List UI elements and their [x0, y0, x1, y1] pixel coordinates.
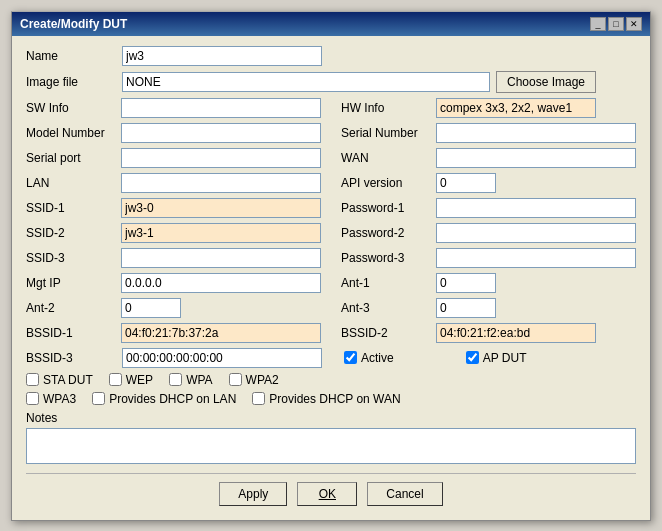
sw-info-label: SW Info	[26, 101, 116, 115]
wpa2-checkbox[interactable]	[229, 373, 242, 386]
dhcp-lan-checkbox[interactable]	[92, 392, 105, 405]
image-file-row: Image file Choose Image	[26, 71, 636, 93]
ssid1-pw1-row: SSID-1 Password-1	[26, 198, 636, 218]
ssid2-label: SSID-2	[26, 226, 116, 240]
name-label: Name	[26, 49, 116, 63]
ant3-input[interactable]	[436, 298, 496, 318]
ok-button[interactable]: OK	[297, 482, 357, 506]
dhcp-wan-checkbox[interactable]	[252, 392, 265, 405]
image-file-label: Image file	[26, 75, 116, 89]
wpa-checkbox[interactable]	[169, 373, 182, 386]
checkbox-row-2: WPA3 Provides DHCP on LAN Provides DHCP …	[26, 392, 636, 406]
hw-info-input[interactable]	[436, 98, 596, 118]
name-input[interactable]	[122, 46, 322, 66]
bssid3-label: BSSID-3	[26, 351, 116, 365]
lan-input[interactable]	[121, 173, 321, 193]
ssid3-pw3-row: SSID-3 Password-3	[26, 248, 636, 268]
bssid2-input[interactable]	[436, 323, 596, 343]
hw-info-label: HW Info	[341, 101, 431, 115]
sw-hw-info-row: SW Info HW Info	[26, 98, 636, 118]
serial-number-input[interactable]	[436, 123, 636, 143]
ssid1-input[interactable]	[121, 198, 321, 218]
choose-image-button[interactable]: Choose Image	[496, 71, 596, 93]
bssid1-input[interactable]	[121, 323, 321, 343]
password1-label: Password-1	[341, 201, 431, 215]
wep-checkbox-item: WEP	[109, 373, 153, 387]
sta-dut-checkbox[interactable]	[26, 373, 39, 386]
ant2-ant3-row: Ant-2 Ant-3	[26, 298, 636, 318]
ssid2-pw2-row: SSID-2 Password-2	[26, 223, 636, 243]
mgtip-ant1-row: Mgt IP Ant-1	[26, 273, 636, 293]
dialog-title: Create/Modify DUT	[20, 17, 127, 31]
mgt-ip-input[interactable]	[121, 273, 321, 293]
wan-input[interactable]	[436, 148, 636, 168]
title-bar-buttons: _ □ ✕	[590, 17, 642, 31]
divider	[26, 473, 636, 474]
wep-label: WEP	[126, 373, 153, 387]
mgt-ip-label: Mgt IP	[26, 276, 116, 290]
ant2-input[interactable]	[121, 298, 181, 318]
wep-checkbox[interactable]	[109, 373, 122, 386]
ap-dut-checkbox-item: AP DUT	[466, 351, 527, 365]
close-button[interactable]: ✕	[626, 17, 642, 31]
lan-label: LAN	[26, 176, 116, 190]
image-file-input[interactable]	[122, 72, 490, 92]
wpa-checkbox-item: WPA	[169, 373, 212, 387]
sta-dut-label: STA DUT	[43, 373, 93, 387]
api-version-label: API version	[341, 176, 431, 190]
bssid1-label: BSSID-1	[26, 326, 116, 340]
model-number-input[interactable]	[121, 123, 321, 143]
name-row: Name	[26, 46, 636, 66]
minimize-button[interactable]: _	[590, 17, 606, 31]
wpa3-checkbox-item: WPA3	[26, 392, 76, 406]
ap-dut-label: AP DUT	[483, 351, 527, 365]
create-modify-dut-dialog: Create/Modify DUT _ □ ✕ Name Image file …	[11, 11, 651, 521]
apply-button[interactable]: Apply	[219, 482, 287, 506]
dhcp-lan-checkbox-item: Provides DHCP on LAN	[92, 392, 236, 406]
notes-label: Notes	[26, 411, 636, 425]
bssid3-input[interactable]	[122, 348, 322, 368]
notes-label-text: Notes	[26, 411, 57, 425]
model-number-label: Model Number	[26, 126, 116, 140]
dhcp-wan-label: Provides DHCP on WAN	[269, 392, 400, 406]
button-row: Apply OK Cancel	[26, 482, 636, 510]
ant1-input[interactable]	[436, 273, 496, 293]
dhcp-lan-label: Provides DHCP on LAN	[109, 392, 236, 406]
ant2-label: Ant-2	[26, 301, 116, 315]
ssid2-input[interactable]	[121, 223, 321, 243]
bssid2-label: BSSID-2	[341, 326, 431, 340]
ap-dut-checkbox[interactable]	[466, 351, 479, 364]
password2-label: Password-2	[341, 226, 431, 240]
wpa2-checkbox-item: WPA2	[229, 373, 279, 387]
ssid3-input[interactable]	[121, 248, 321, 268]
password3-input[interactable]	[436, 248, 636, 268]
bssid1-bssid2-row: BSSID-1 BSSID-2	[26, 323, 636, 343]
active-checkbox[interactable]	[344, 351, 357, 364]
maximize-button[interactable]: □	[608, 17, 624, 31]
checkbox-row-1: STA DUT WEP WPA WPA2	[26, 373, 636, 387]
dialog-body: Name Image file Choose Image SW Info HW …	[12, 36, 650, 520]
ssid1-label: SSID-1	[26, 201, 116, 215]
api-version-input[interactable]	[436, 173, 496, 193]
serial-port-label: Serial port	[26, 151, 116, 165]
bssid3-active-row: BSSID-3 Active AP DUT	[26, 348, 636, 368]
sw-info-input[interactable]	[121, 98, 321, 118]
wan-label: WAN	[341, 151, 431, 165]
model-serial-row: Model Number Serial Number	[26, 123, 636, 143]
notes-input[interactable]	[26, 428, 636, 464]
ssid3-label: SSID-3	[26, 251, 116, 265]
ant3-label: Ant-3	[341, 301, 431, 315]
wpa3-checkbox[interactable]	[26, 392, 39, 405]
password1-input[interactable]	[436, 198, 636, 218]
password3-label: Password-3	[341, 251, 431, 265]
serial-wan-row: Serial port WAN	[26, 148, 636, 168]
wpa3-label: WPA3	[43, 392, 76, 406]
active-checkbox-item: Active	[344, 351, 394, 365]
password2-input[interactable]	[436, 223, 636, 243]
cancel-button[interactable]: Cancel	[367, 482, 442, 506]
title-bar: Create/Modify DUT _ □ ✕	[12, 12, 650, 36]
serial-port-input[interactable]	[121, 148, 321, 168]
wpa2-label: WPA2	[246, 373, 279, 387]
sta-dut-checkbox-item: STA DUT	[26, 373, 93, 387]
lan-api-row: LAN API version	[26, 173, 636, 193]
